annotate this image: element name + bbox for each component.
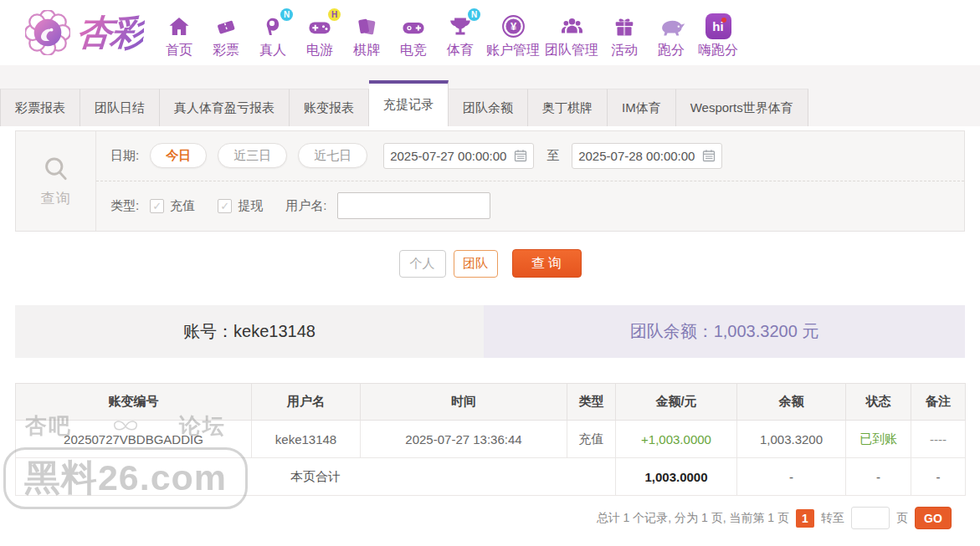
goto-page-input[interactable] xyxy=(851,507,890,529)
nav-item-cards[interactable]: 棋牌 xyxy=(343,6,390,59)
cell-balance: 1,003.3200 xyxy=(737,421,846,458)
deposit-checkbox-label: 充值 xyxy=(170,198,195,214)
tab-account-change-report[interactable]: 账变报表 xyxy=(290,89,369,126)
top-navigation: 杏彩 首页 彩票 N xyxy=(0,0,980,65)
pagination-summary: 总计 1 个记录, 分为 1 页, 当前第 1 页 xyxy=(597,511,789,526)
col-status: 状态 xyxy=(846,384,911,421)
nav-item-lottery[interactable]: 彩票 xyxy=(203,6,249,59)
nav-item-promotions[interactable]: 活动 xyxy=(601,6,648,59)
tab-deposit-withdraw-records[interactable]: 充提记录 xyxy=(369,80,449,126)
summary-note: - xyxy=(911,458,966,496)
table-header-row: 账变编号 用户名 时间 类型 金额/元 余额 状态 备注 xyxy=(16,384,966,421)
withdraw-checkbox-label: 提现 xyxy=(238,198,263,214)
filter-search-side: 查询 xyxy=(16,131,96,231)
withdraw-checkbox[interactable]: ✓ xyxy=(218,199,232,213)
col-username: 用户名 xyxy=(252,384,361,421)
cards-icon xyxy=(354,11,379,39)
nav-item-paofen[interactable]: 跑分 xyxy=(648,6,695,59)
team-button[interactable]: 团队 xyxy=(454,250,498,278)
type-label: 类型: xyxy=(110,198,139,214)
date-from-input[interactable] xyxy=(390,149,511,163)
summary-balance: - xyxy=(737,458,846,496)
nav-item-sports[interactable]: N 体育 xyxy=(437,6,484,59)
col-change-id: 账变编号 xyxy=(16,384,252,421)
hot-badge: H xyxy=(328,8,341,21)
svg-text:¥: ¥ xyxy=(510,20,516,33)
nav-item-esports[interactable]: 电竞 xyxy=(390,6,437,59)
col-time: 时间 xyxy=(361,384,567,421)
action-buttons: 个人 团队 查 询 xyxy=(0,249,980,278)
date-label: 日期: xyxy=(110,148,139,164)
tab-lottery-report[interactable]: 彩票报表 xyxy=(0,89,80,126)
cell-time: 2025-07-27 13:36:44 xyxy=(361,421,567,458)
tab-team-daily[interactable]: 团队日结 xyxy=(80,89,160,126)
summary-label: 本页合计 xyxy=(16,458,616,496)
coin-yuan-icon: ¥ xyxy=(500,11,526,39)
gift-icon xyxy=(612,11,637,39)
goto-label: 转至 xyxy=(821,511,844,526)
personal-button[interactable]: 个人 xyxy=(399,250,446,278)
deposit-checkbox[interactable]: ✓ xyxy=(150,199,164,213)
current-page-button[interactable]: 1 xyxy=(796,509,814,528)
date-to-field[interactable] xyxy=(572,143,722,169)
cell-amount: +1,003.0000 xyxy=(616,421,737,458)
date-from-field[interactable] xyxy=(383,143,534,169)
summary-row: 本页合计 1,003.0000 - - - xyxy=(16,458,966,496)
range-separator: 至 xyxy=(546,148,559,164)
search-icon xyxy=(40,154,72,186)
page-unit-label: 页 xyxy=(896,511,908,526)
tab-live-sports-pnl[interactable]: 真人体育盈亏报表 xyxy=(160,89,290,126)
ticket-icon xyxy=(213,11,239,39)
nav-item-hi-paofen[interactable]: hi 嗨跑分 xyxy=(695,6,741,59)
nav-items: 首页 彩票 N 真人 xyxy=(156,6,741,59)
home-icon xyxy=(167,11,192,39)
account-number: 账号：keke13148 xyxy=(15,305,484,358)
new-badge: N xyxy=(468,8,480,21)
username-label: 用户名: xyxy=(285,198,326,214)
col-note: 备注 xyxy=(911,384,966,421)
filter-side-label: 查询 xyxy=(41,189,71,208)
col-balance: 余额 xyxy=(737,384,846,421)
username-input[interactable] xyxy=(337,192,490,219)
tab-wesports[interactable]: Wesports世界体育 xyxy=(676,89,808,126)
account-value: keke13148 xyxy=(233,322,316,341)
cell-note: ---- xyxy=(911,421,966,458)
calendar-icon[interactable] xyxy=(702,149,716,162)
go-button[interactable]: GO xyxy=(915,507,952,529)
tab-team-balance[interactable]: 团队余额 xyxy=(449,89,528,126)
tab-im-sports[interactable]: IM体育 xyxy=(608,89,676,126)
filter-panel: 查询 日期: 今日 近三日 近七日 至 xyxy=(15,130,965,232)
cell-type: 充值 xyxy=(567,421,616,458)
calendar-icon[interactable] xyxy=(514,149,527,162)
trophy-icon: N xyxy=(448,11,473,39)
summary-status: - xyxy=(846,458,911,496)
red-dot xyxy=(721,18,726,23)
team-balance-label: 团队余额： xyxy=(630,320,714,343)
nav-item-home[interactable]: 首页 xyxy=(156,6,203,59)
table-row: 20250727VBDBGADDIG keke13148 2025-07-27 … xyxy=(16,421,966,458)
cell-change-id: 20250727VBDBGADDIG xyxy=(16,421,252,458)
range-3days-button[interactable]: 近三日 xyxy=(218,143,287,168)
records-table: 账变编号 用户名 时间 类型 金额/元 余额 状态 备注 20250727VBD… xyxy=(15,383,966,496)
gamepad-icon: H xyxy=(306,11,333,39)
range-7days-button[interactable]: 近七日 xyxy=(298,143,367,168)
col-amount: 金额/元 xyxy=(616,384,737,421)
team-people-icon xyxy=(559,11,585,39)
account-summary-bar: 账号：keke13148 团队余额：1,003.3200 元 xyxy=(15,305,965,358)
nav-item-egames[interactable]: H 电游 xyxy=(296,6,343,59)
brand-name: 杏彩 xyxy=(75,9,146,56)
search-button[interactable]: 查 询 xyxy=(512,249,582,278)
account-label: 账号： xyxy=(183,320,233,343)
new-badge: N xyxy=(280,8,293,21)
brand-logo[interactable]: 杏彩 xyxy=(25,9,144,56)
date-to-input[interactable] xyxy=(578,149,699,163)
team-balance: 团队余额：1,003.3200 元 xyxy=(484,305,965,358)
col-type: 类型 xyxy=(567,384,616,421)
nav-item-account-management[interactable]: ¥ 账户管理 xyxy=(484,6,542,59)
cell-status: 已到账 xyxy=(846,421,911,458)
tab-aoding-cards[interactable]: 奥丁棋牌 xyxy=(528,89,608,126)
nav-item-team-management[interactable]: 团队管理 xyxy=(542,6,601,59)
nav-item-live[interactable]: N 真人 xyxy=(249,6,296,59)
range-today-button[interactable]: 今日 xyxy=(150,143,207,168)
cell-username: keke13148 xyxy=(252,421,361,458)
